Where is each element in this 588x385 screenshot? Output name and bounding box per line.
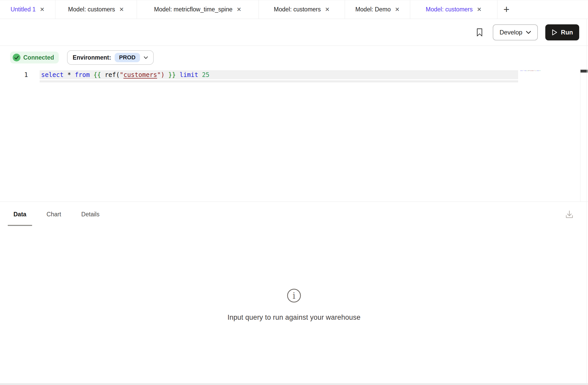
code-token: select (41, 71, 64, 79)
close-icon[interactable]: ✕ (40, 7, 45, 12)
develop-button[interactable]: Develop (493, 24, 538, 40)
environment-label: Environment: (73, 54, 111, 61)
status-row: Connected Environment: PROD (0, 46, 588, 69)
toolbar: Develop Run (0, 19, 588, 46)
code-token: from (75, 71, 90, 79)
code-line: select * from {{ ref("customers") }} lim… (41, 70, 209, 79)
editor-tab-model-customers-3[interactable]: Model: customers ✕ (410, 0, 497, 19)
window-right-edge-divider (586, 19, 587, 383)
tab-details[interactable]: Details (76, 202, 105, 227)
editor-tab-model-customers-2[interactable]: Model: customers ✕ (259, 0, 345, 19)
sql-code-editor[interactable]: 1 select * from {{ ref("customers") }} l… (0, 69, 588, 202)
editor-tab-untitled-1[interactable]: Untitled 1 ✕ (0, 0, 55, 19)
tab-details-label: Details (81, 211, 99, 218)
tab-label: Model: Demo (355, 6, 391, 13)
environment-selector[interactable]: Environment: PROD (67, 50, 154, 65)
code-token: limit (180, 71, 198, 79)
code-token: ref (105, 71, 116, 79)
close-icon[interactable]: ✕ (237, 7, 241, 12)
develop-button-label: Develop (499, 29, 522, 36)
tab-label: Model: customers (426, 6, 473, 13)
line-number: 1 (21, 70, 28, 79)
play-icon (552, 29, 558, 36)
check-icon (13, 54, 20, 61)
svg-text:i: i (293, 290, 296, 301)
tab-label: Model: metricflow_time_spine (154, 6, 232, 13)
window-bottom-strip (0, 383, 588, 385)
tab-label: Model: customers (68, 6, 115, 13)
editor-tab-model-demo[interactable]: Model: Demo ✕ (345, 0, 410, 19)
minimap-code-line: select * from {{ ref("customers") }} lim… (520, 70, 582, 71)
close-icon[interactable]: ✕ (477, 7, 482, 12)
tab-label: Untitled 1 (11, 6, 36, 13)
tab-data[interactable]: Data (8, 202, 32, 227)
editor-tab-bar: Untitled 1 ✕ Model: customers ✕ Model: m… (0, 0, 588, 19)
add-tab-button[interactable]: + (497, 0, 516, 19)
editor-tab-model-customers-1[interactable]: Model: customers ✕ (55, 0, 137, 19)
tab-label: Model: customers (274, 6, 321, 13)
close-icon[interactable]: ✕ (395, 7, 400, 12)
code-token: * (67, 71, 71, 79)
download-icon (564, 209, 574, 219)
run-button[interactable]: Run (545, 24, 579, 40)
download-results-button[interactable] (564, 209, 575, 219)
connection-status-badge: Connected (10, 52, 59, 63)
editor-tab-model-metricflow-time-spine[interactable]: Model: metricflow_time_spine ✕ (137, 0, 259, 19)
code-token: 25 (202, 71, 209, 79)
run-button-label: Run (561, 29, 573, 36)
bookmark-icon (476, 28, 483, 37)
plus-icon: + (503, 4, 509, 15)
chevron-down-icon (144, 56, 148, 59)
close-icon[interactable]: ✕ (325, 7, 330, 12)
tab-chart-label: Chart (47, 211, 61, 218)
info-icon: i (286, 288, 302, 303)
connection-status-label: Connected (23, 54, 54, 61)
bookmark-button[interactable] (476, 28, 483, 37)
tab-chart[interactable]: Chart (41, 202, 67, 227)
close-icon[interactable]: ✕ (119, 7, 124, 12)
chevron-down-icon (526, 31, 531, 34)
environment-value-badge: PROD (115, 53, 140, 62)
results-panel-tabs: Data Chart Details (0, 202, 588, 227)
empty-state-message: Input query to run against your warehous… (227, 313, 361, 322)
code-token: }} (168, 71, 176, 79)
editor-scrollbar-gutter (580, 69, 580, 202)
code-token: {{ (93, 71, 101, 79)
results-empty-state: i Input query to run against your wareho… (0, 227, 588, 383)
code-token-ref-target: customers (123, 71, 157, 79)
tab-data-label: Data (13, 211, 26, 218)
editor-minimap[interactable]: select * from {{ ref("customers") }} lim… (520, 70, 527, 71)
line-highlight-shadow (40, 80, 518, 82)
